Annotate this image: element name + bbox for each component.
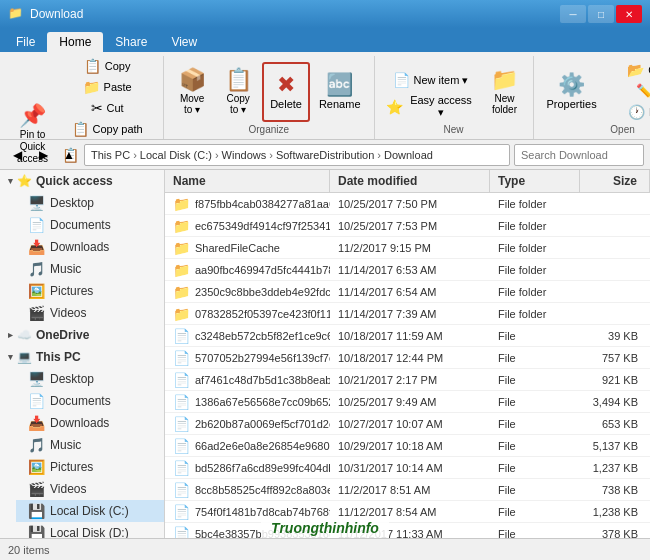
sidebar-item-localdisk-d[interactable]: 💾 Local Disk (D:) bbox=[16, 522, 164, 538]
table-row[interactable]: 📄 754f0f1481b7d8cab74b768f9ab006d1111d80… bbox=[165, 501, 650, 523]
back-button[interactable]: ◀ bbox=[6, 144, 28, 166]
file-name: 📁 07832852f05397ce423f0f11a4fcb01 bbox=[165, 304, 330, 324]
sidebar-item-music2[interactable]: 🎵 Music bbox=[16, 434, 164, 456]
table-row[interactable]: 📄 66ad2e6e0a8e26854e96806489b5644e5bf1e5… bbox=[165, 435, 650, 457]
file-type: File bbox=[490, 394, 580, 410]
properties-button[interactable]: ⚙️ Properties bbox=[540, 62, 604, 122]
table-row[interactable]: 📄 2b620b87a0069ef5cf701d2e6837085bfff0b8… bbox=[165, 413, 650, 435]
new-folder-button[interactable]: 📁 Newfolder bbox=[483, 62, 527, 122]
table-row[interactable]: 📄 c3248eb572cb5f82ef1ce9c6d73cfbf39b1052… bbox=[165, 325, 650, 347]
table-row[interactable]: 📁 f875fbb4cab0384277a81aa637874b95 10/25… bbox=[165, 193, 650, 215]
move-to-icon: 📦 bbox=[179, 69, 206, 91]
thispc-items: 🖥️ Desktop 📄 Documents 📥 Downloads 🎵 Mus… bbox=[0, 368, 164, 538]
address-path[interactable]: This PC › Local Disk (C:) › Windows › So… bbox=[84, 144, 510, 166]
new-item-button[interactable]: 📄 New item ▾ bbox=[381, 70, 481, 90]
file-type: File bbox=[490, 482, 580, 498]
sidebar-section-thispc[interactable]: ▾ 💻 This PC bbox=[0, 346, 164, 368]
file-size: 1,237 KB bbox=[580, 460, 650, 476]
col-header-size[interactable]: Size bbox=[580, 170, 650, 192]
sidebar-item-pictures[interactable]: 🖼️ Pictures bbox=[16, 280, 164, 302]
tab-share[interactable]: Share bbox=[103, 32, 159, 52]
copy-path-button[interactable]: 📋 Copy path bbox=[57, 119, 157, 139]
search-input[interactable] bbox=[514, 144, 644, 166]
file-size: 653 KB bbox=[580, 416, 650, 432]
col-header-date[interactable]: Date modified bbox=[330, 170, 490, 192]
tab-view[interactable]: View bbox=[159, 32, 209, 52]
table-row[interactable]: 📄 af7461c48d7b5d1c38b8eabbdeabc20496e7ae… bbox=[165, 369, 650, 391]
rename-button[interactable]: 🔤 Rename bbox=[312, 62, 368, 122]
file-size bbox=[580, 268, 650, 272]
edit-icon: ✏️ bbox=[636, 84, 650, 98]
sidebar-item-documents2[interactable]: 📄 Documents bbox=[16, 390, 164, 412]
file-size: 738 KB bbox=[580, 482, 650, 498]
sidebar-item-videos[interactable]: 🎬 Videos bbox=[16, 302, 164, 324]
table-row[interactable]: 📄 5707052b27994e56f139cf7c8c6d74c93aa0ba… bbox=[165, 347, 650, 369]
paste-button[interactable]: 📁 Paste bbox=[57, 77, 157, 97]
history-button[interactable]: 🕐 History bbox=[606, 102, 650, 122]
sidebar-item-documents[interactable]: 📄 Documents bbox=[16, 214, 164, 236]
file-rows-container: 📁 f875fbb4cab0384277a81aa637874b95 10/25… bbox=[165, 193, 650, 538]
status-bar: 20 items bbox=[0, 538, 650, 560]
tab-file[interactable]: File bbox=[4, 32, 47, 52]
sidebar-item-videos2[interactable]: 🎬 Videos bbox=[16, 478, 164, 500]
copy-button[interactable]: 📋 Copy bbox=[57, 56, 157, 76]
sidebar-item-pictures2[interactable]: 🖼️ Pictures bbox=[16, 456, 164, 478]
tab-home[interactable]: Home bbox=[47, 32, 103, 52]
table-row[interactable]: 📁 SharedFileCache 11/2/2017 9:15 PM File… bbox=[165, 237, 650, 259]
file-icon: 📄 bbox=[173, 416, 190, 432]
file-name: 📁 aa90fbc469947d5fc4441b786df1b94 bbox=[165, 260, 330, 280]
sidebar-item-downloads2[interactable]: 📥 Downloads bbox=[16, 412, 164, 434]
open-label: Open bbox=[610, 122, 634, 135]
copy-to-button[interactable]: 📋 Copyto ▾ bbox=[216, 62, 260, 122]
move-to-button[interactable]: 📦 Moveto ▾ bbox=[170, 62, 214, 122]
file-icon: 📁 bbox=[173, 284, 190, 300]
organize-buttons: 📦 Moveto ▾ 📋 Copyto ▾ ✖ Delete 🔤 Rename bbox=[170, 56, 367, 122]
table-row[interactable]: 📄 1386a67e56568e7cc09b652f46aed9b1a057f5… bbox=[165, 391, 650, 413]
onedrive-label: OneDrive bbox=[36, 328, 89, 342]
history-icon: 🕐 bbox=[628, 105, 645, 119]
open-button[interactable]: 📂 Open ▾ bbox=[606, 60, 650, 80]
path-localdisk: Local Disk (C:) bbox=[140, 149, 212, 161]
sidebar-item-music[interactable]: 🎵 Music bbox=[16, 258, 164, 280]
table-row[interactable]: 📄 bd5286f7a6cd89e99fc404dbb4b215a3620f4b… bbox=[165, 457, 650, 479]
sidebar-section-onedrive[interactable]: ▸ ☁️ OneDrive bbox=[0, 324, 164, 346]
table-row[interactable]: 📁 2350c9c8bbe3ddeb4e92fdc371ce2f7 11/14/… bbox=[165, 281, 650, 303]
file-size: 921 KB bbox=[580, 372, 650, 388]
table-row[interactable]: 📄 5bc4e38357bb9938353516ed2dcd24afd69289… bbox=[165, 523, 650, 538]
file-name: 📁 f875fbb4cab0384277a81aa637874b95 bbox=[165, 194, 330, 214]
close-button[interactable]: ✕ bbox=[616, 5, 642, 23]
sidebar-item-localdisk-c[interactable]: 💾 Local Disk (C:) bbox=[16, 500, 164, 522]
sidebar-item-desktop[interactable]: 🖥️ Desktop bbox=[16, 192, 164, 214]
col-header-type[interactable]: Type bbox=[490, 170, 580, 192]
file-type: File folder bbox=[490, 196, 580, 212]
table-row[interactable]: 📄 8cc8b58525c4ff892c8a803eba387d22b096d4… bbox=[165, 479, 650, 501]
delete-button[interactable]: ✖ Delete bbox=[262, 62, 310, 122]
title-bar-text: Download bbox=[30, 7, 560, 21]
sidebar-item-desktop2[interactable]: 🖥️ Desktop bbox=[16, 368, 164, 390]
file-name: 📄 af7461c48d7b5d1c38b8eabbdeabc20496e7ae… bbox=[165, 370, 330, 390]
file-date: 11/14/2017 6:53 AM bbox=[330, 262, 490, 278]
sidebar-item-downloads[interactable]: 📥 Downloads bbox=[16, 236, 164, 258]
edit-button[interactable]: ✏️ Edit bbox=[606, 81, 650, 101]
col-header-name[interactable]: Name bbox=[165, 170, 330, 192]
file-icon: 📁 bbox=[173, 306, 190, 322]
table-row[interactable]: 📁 ec675349df4914cf97f2534102bc5fbe 10/25… bbox=[165, 215, 650, 237]
file-name: 📁 2350c9c8bbe3ddeb4e92fdc371ce2f7 bbox=[165, 282, 330, 302]
file-date: 11/14/2017 6:54 AM bbox=[330, 284, 490, 300]
file-name: 📄 bd5286f7a6cd89e99fc404dbb4b215a3620f4b… bbox=[165, 458, 330, 478]
file-size: 39 KB bbox=[580, 328, 650, 344]
forward-button[interactable]: ▶ bbox=[32, 144, 54, 166]
up-button[interactable]: ▲ bbox=[58, 144, 80, 166]
open-group: ⚙️ Properties 📂 Open ▾ ✏️ Edit 🕐 History… bbox=[534, 56, 651, 139]
easy-access-button[interactable]: ⭐ Easy access ▾ bbox=[381, 91, 481, 122]
sidebar-section-quick-access[interactable]: ▾ ⭐ Quick access bbox=[0, 170, 164, 192]
properties-icon: ⚙️ bbox=[558, 74, 585, 96]
file-type: File folder bbox=[490, 218, 580, 234]
maximize-button[interactable]: □ bbox=[588, 5, 614, 23]
minimize-button[interactable]: ─ bbox=[560, 5, 586, 23]
new-small-group: 📄 New item ▾ ⭐ Easy access ▾ bbox=[381, 70, 481, 122]
cut-icon: ✂ bbox=[91, 101, 103, 115]
cut-button[interactable]: ✂ Cut bbox=[57, 98, 157, 118]
table-row[interactable]: 📁 07832852f05397ce423f0f11a4fcb01 11/14/… bbox=[165, 303, 650, 325]
table-row[interactable]: 📁 aa90fbc469947d5fc4441b786df1b94 11/14/… bbox=[165, 259, 650, 281]
